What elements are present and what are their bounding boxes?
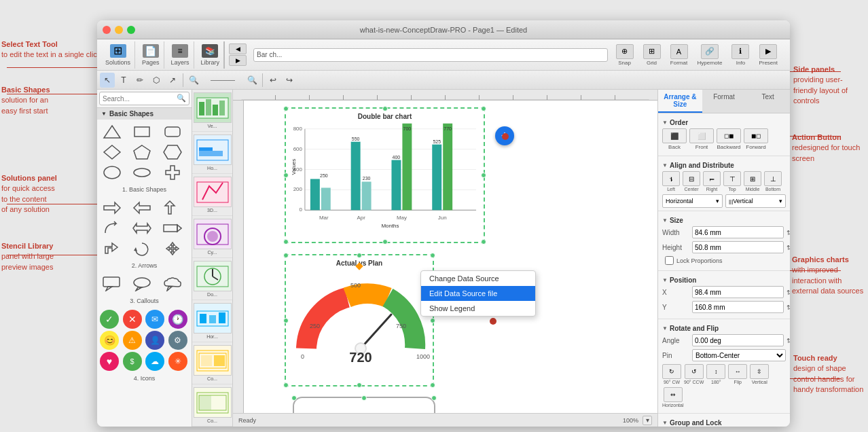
width-input[interactable]: [692, 226, 784, 238]
gauge-handle-tm[interactable]: [357, 253, 362, 258]
panel-item-1[interactable]: Ve...: [192, 90, 232, 132]
rotate-90ccw-btn[interactable]: ↺ 90° CCW: [684, 364, 704, 384]
present-group[interactable]: ▶ Present: [756, 44, 780, 66]
angle-stepper[interactable]: ⇅: [786, 337, 790, 344]
pin-select[interactable]: Bottom-Center: [692, 349, 786, 361]
handle-br[interactable]: [481, 239, 486, 245]
horizontal-distribute[interactable]: Horizontal ▾: [662, 194, 723, 208]
icon-user[interactable]: 👤: [145, 331, 164, 350]
shape-tool[interactable]: ⬡: [149, 73, 164, 88]
y-stepper[interactable]: ⇅: [786, 304, 790, 311]
rotate-90cw-btn[interactable]: ↻ 90° CW: [662, 364, 681, 384]
text-tool[interactable]: T: [116, 73, 131, 88]
tab-text[interactable]: Text: [746, 90, 790, 113]
shape-hexagon[interactable]: [160, 143, 185, 162]
y-input[interactable]: [692, 301, 784, 313]
panel-item-2[interactable]: Ho...: [192, 132, 232, 174]
redo[interactable]: ↪: [282, 73, 297, 88]
panel-item-7[interactable]: Co...: [192, 342, 232, 384]
zoom-in[interactable]: 🔍: [186, 73, 201, 88]
order-forward-btn[interactable]: ◼◻ Forward: [744, 128, 768, 150]
shape-rounded-rect[interactable]: [160, 122, 185, 141]
order-back-btn[interactable]: ⬛ Back: [662, 128, 687, 150]
zoom-out[interactable]: 🔍: [245, 73, 259, 88]
handle-tl[interactable]: [283, 106, 289, 111]
order-front-btn[interactable]: ⬜ Front: [689, 128, 714, 150]
shape-cross[interactable]: [160, 163, 185, 182]
icon-cloud[interactable]: ☁: [145, 352, 164, 371]
panel-item-6[interactable]: Hor...: [192, 300, 232, 342]
context-show-legend[interactable]: Show Legend: [421, 301, 535, 316]
format-group[interactable]: A Format: [668, 44, 691, 66]
shape-curved-arrow[interactable]: [100, 219, 124, 238]
order-backward-btn[interactable]: ◻◼ Backward: [717, 128, 741, 150]
handle-bm[interactable]: [382, 239, 388, 245]
bottom-handle-tl[interactable]: [291, 395, 297, 401]
handle-rm[interactable]: [481, 173, 486, 178]
layers-group[interactable]: ≡ Layers: [167, 41, 194, 69]
tab-arrange-size[interactable]: Arrange & Size: [658, 90, 702, 113]
gauge-handle-lm[interactable]: [283, 318, 289, 323]
connector-tool[interactable]: ↗: [165, 73, 180, 88]
icon-mail[interactable]: ✉: [145, 310, 164, 329]
minimize-button[interactable]: [115, 26, 123, 34]
icon-sun[interactable]: ✳: [168, 352, 187, 371]
gauge-handle-tr[interactable]: [430, 253, 435, 258]
gauge-handle-bl[interactable]: [283, 382, 289, 388]
pencil-tool[interactable]: ✏: [132, 73, 147, 88]
align-middle-btn[interactable]: ⊞ Middle: [744, 171, 761, 192]
hypernote-group[interactable]: 🔗 Hypernote: [695, 44, 725, 66]
vertical-distribute[interactable]: ||| Vertical ▾: [725, 194, 786, 208]
icon-gear[interactable]: ⚙: [168, 331, 187, 350]
shape-bent-arrow[interactable]: [100, 239, 124, 258]
x-input[interactable]: [692, 286, 784, 298]
panel-item-3[interactable]: 3D...: [192, 174, 232, 216]
select-tool[interactable]: ↖: [100, 73, 115, 88]
zoom-slider[interactable]: ————: [202, 73, 243, 88]
lock-proportions-checkbox[interactable]: [665, 256, 674, 265]
shape-arrow-left[interactable]: [130, 198, 154, 217]
close-button[interactable]: [103, 26, 111, 34]
bar-chart-container[interactable]: Double bar chart 800 600 400 200 0 Value…: [285, 107, 485, 243]
align-right-btn[interactable]: ⫭ Right: [703, 171, 721, 192]
shape-cloud-callout[interactable]: [160, 274, 185, 293]
gauge-handle-bm[interactable]: [357, 382, 362, 388]
shape-callout-oval[interactable]: [130, 274, 154, 293]
gauge-chart-container[interactable]: Actual vs Plan: [285, 254, 434, 386]
align-center-btn[interactable]: ⊟ Center: [683, 171, 700, 192]
shape-callout-rect[interactable]: [100, 274, 124, 293]
icon-check[interactable]: ✓: [100, 310, 119, 329]
basic-shapes-section[interactable]: Basic Shapes: [97, 108, 192, 120]
shape-double-arrow[interactable]: [130, 219, 154, 238]
zoom-dropdown[interactable]: ▾: [643, 416, 652, 425]
gauge-handle-rm[interactable]: [430, 318, 435, 323]
back-nav[interactable]: ◀: [229, 43, 247, 54]
icon-dollar[interactable]: $: [123, 352, 142, 371]
pages-group[interactable]: 📄 Pages: [138, 41, 164, 69]
angle-input[interactable]: [692, 334, 784, 346]
shape-multi-arrow[interactable]: [160, 239, 185, 258]
panel-item-5[interactable]: Do...: [192, 258, 232, 300]
shape-triangle[interactable]: [100, 122, 124, 141]
shape-diamond[interactable]: [100, 143, 124, 162]
icon-warning[interactable]: ⚠: [123, 331, 142, 350]
maximize-button[interactable]: [127, 26, 135, 34]
gauge-handle-br[interactable]: [430, 382, 435, 388]
rotate-180-btn[interactable]: ↕ 180°: [706, 364, 725, 384]
info-group[interactable]: ℹ Info: [729, 44, 752, 66]
align-bottom-btn[interactable]: ⊥ Bottom: [764, 171, 782, 192]
bottom-handle-tm[interactable]: [361, 395, 367, 401]
gauge-handle-tl[interactable]: [283, 253, 289, 258]
align-left-btn[interactable]: ⫮ Left: [662, 171, 680, 192]
context-edit-data-source[interactable]: Edit Data Source file: [421, 286, 535, 301]
breadcrumb[interactable]: Bar ch...: [253, 48, 607, 62]
align-top-btn[interactable]: ⊤ Top: [723, 171, 741, 192]
icon-heart[interactable]: ♥: [100, 352, 119, 371]
x-stepper[interactable]: ⇅: [786, 289, 790, 296]
shape-pentagon[interactable]: [130, 143, 154, 162]
shape-rect[interactable]: [130, 122, 154, 141]
handle-tm[interactable]: [382, 106, 388, 111]
shape-oval[interactable]: [130, 163, 154, 182]
shape-circular-arrow[interactable]: [130, 239, 154, 258]
width-stepper[interactable]: ⇅: [786, 229, 790, 236]
